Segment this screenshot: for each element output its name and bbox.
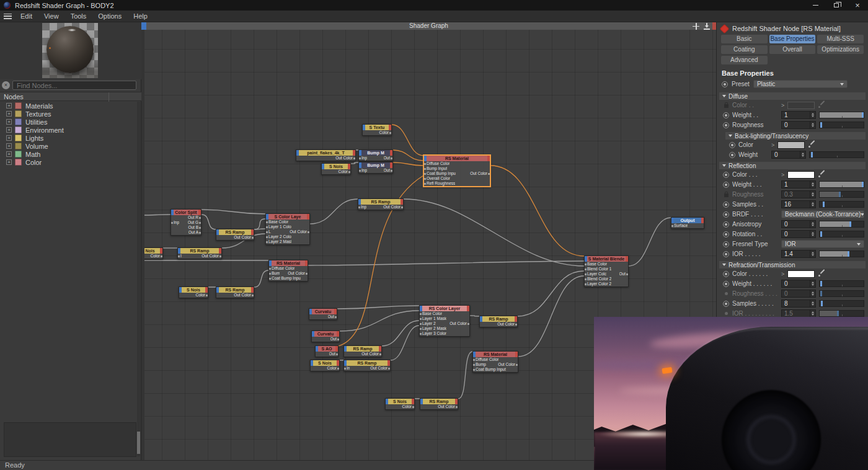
color-swatch[interactable] bbox=[787, 171, 815, 179]
input-port-dot[interactable] bbox=[473, 369, 475, 371]
node-s-nois[interactable]: S NoisColor bbox=[321, 163, 351, 175]
radio-icon[interactable] bbox=[723, 281, 729, 287]
slider-track[interactable] bbox=[819, 112, 864, 118]
value-field[interactable]: 0 bbox=[781, 121, 816, 129]
input-port-dot[interactable] bbox=[585, 268, 587, 270]
radio-icon[interactable] bbox=[723, 271, 729, 277]
expand-plus-icon[interactable]: + bbox=[6, 143, 12, 149]
radio-icon[interactable] bbox=[723, 202, 729, 208]
node-rs-ramp[interactable]: RS RampIOut Color bbox=[177, 247, 222, 259]
menu-item-view[interactable]: View bbox=[44, 12, 59, 20]
node-rs-material[interactable]: RS MaterialDiffuse ColorBumpOut ColorCoa… bbox=[472, 351, 518, 373]
slider-track[interactable] bbox=[819, 201, 864, 208]
radio-icon[interactable] bbox=[723, 301, 729, 307]
node-rs-material[interactable]: RS MaterialDiffuse ColorBumOut ColorCoat… bbox=[268, 260, 308, 282]
spinner-arrows[interactable] bbox=[810, 181, 815, 188]
input-port-dot[interactable] bbox=[585, 283, 587, 285]
preset-dropdown[interactable]: Plastic bbox=[753, 80, 848, 88]
slider-track[interactable] bbox=[819, 122, 864, 128]
radio-icon[interactable] bbox=[722, 81, 728, 87]
node-curvatu[interactable]: CurvatuOut bbox=[309, 308, 337, 320]
tab-basic[interactable]: Basic bbox=[721, 35, 768, 43]
section-header-refraction-transmission[interactable]: Refraction/Transmission bbox=[719, 261, 866, 268]
output-port-dot[interactable] bbox=[515, 324, 517, 326]
node-s-nois[interactable]: S NoisColor bbox=[179, 286, 208, 298]
input-port-dot[interactable] bbox=[424, 178, 426, 180]
output-port-dot[interactable] bbox=[199, 227, 201, 229]
slider-track[interactable] bbox=[819, 251, 864, 257]
radio-icon[interactable] bbox=[729, 142, 735, 148]
left-scrollbar-thumb[interactable] bbox=[137, 432, 140, 454]
output-port-dot[interactable] bbox=[353, 157, 355, 159]
node-output[interactable]: OutputSurface bbox=[671, 217, 704, 229]
expand-plus-icon[interactable]: + bbox=[6, 151, 12, 157]
hamburger-icon[interactable] bbox=[4, 14, 12, 19]
input-port-dot[interactable] bbox=[671, 225, 673, 227]
radio-icon[interactable] bbox=[723, 172, 729, 178]
output-port-dot[interactable] bbox=[388, 368, 390, 370]
menu-item-help[interactable]: Help bbox=[133, 12, 148, 20]
expand-plus-icon[interactable]: + bbox=[6, 103, 12, 109]
close-button[interactable]: × bbox=[847, 0, 868, 11]
input-port-dot[interactable] bbox=[269, 268, 271, 270]
output-port-dot[interactable] bbox=[335, 316, 337, 318]
tree-item-textures[interactable]: +Textures bbox=[0, 110, 137, 118]
tree-item-environment[interactable]: +Environment bbox=[0, 126, 137, 134]
value-field[interactable]: 1 bbox=[781, 180, 816, 188]
node-paint-flakes-4k-t[interactable]: paint_flakes_4k_TOut Color bbox=[296, 149, 356, 161]
value-field[interactable]: 0 bbox=[771, 151, 806, 159]
node-bump-m[interactable]: Bump MInpOut bbox=[358, 149, 393, 161]
output-port-dot[interactable] bbox=[516, 364, 518, 366]
output-port-dot[interactable] bbox=[379, 353, 381, 355]
input-port-dot[interactable] bbox=[424, 183, 426, 185]
value-field[interactable]: 0 bbox=[781, 230, 816, 238]
material-preview-thumbnail[interactable] bbox=[42, 23, 98, 78]
output-port-dot[interactable] bbox=[219, 255, 221, 257]
section-header-reflection[interactable]: Reflection bbox=[719, 162, 866, 169]
output-port-dot[interactable] bbox=[412, 406, 414, 408]
radio-icon[interactable] bbox=[723, 182, 729, 188]
node-rs-ramp[interactable]: RS RampOut Color bbox=[216, 286, 254, 298]
output-port-dot[interactable] bbox=[161, 255, 162, 257]
input-port-dot[interactable] bbox=[424, 163, 426, 165]
input-port-dot[interactable] bbox=[473, 364, 475, 366]
radio-icon[interactable] bbox=[723, 241, 729, 247]
slider-track[interactable] bbox=[819, 231, 864, 237]
tree-item-math[interactable]: +Math bbox=[0, 150, 137, 158]
input-port-dot[interactable] bbox=[266, 241, 268, 243]
color-swatch[interactable] bbox=[777, 141, 805, 149]
expand-plus-icon[interactable]: + bbox=[6, 159, 12, 165]
color-swatch[interactable] bbox=[787, 270, 815, 278]
input-port-dot[interactable] bbox=[359, 157, 361, 159]
value-field[interactable]: 16 bbox=[781, 200, 816, 208]
tree-item-lights[interactable]: +Lights bbox=[0, 134, 137, 142]
node-rs-material[interactable]: RS MaterialDiffuse ColorBump InputCoat B… bbox=[423, 155, 490, 187]
eyedropper-icon[interactable] bbox=[808, 141, 817, 149]
slider-track[interactable] bbox=[819, 280, 864, 287]
tab-optimizations[interactable]: Optimizations bbox=[817, 45, 864, 54]
node-color-split[interactable]: Color SplitOut RInpOut GOut BOut A bbox=[170, 209, 202, 236]
node-rs-ramp[interactable]: RS RampInOut Color bbox=[343, 360, 391, 371]
menu-item-options[interactable]: Options bbox=[98, 12, 122, 20]
radio-icon[interactable] bbox=[723, 112, 729, 118]
import-icon[interactable] bbox=[704, 23, 710, 30]
spinner-arrows[interactable] bbox=[810, 201, 815, 208]
tree-item-color[interactable]: +Color bbox=[0, 158, 137, 166]
section-header-back-lighting-translucency[interactable]: Back-lighting/Translucency bbox=[725, 132, 866, 140]
input-port-dot[interactable] bbox=[424, 173, 426, 175]
input-port-dot[interactable] bbox=[358, 206, 360, 208]
menu-item-edit[interactable]: Edit bbox=[20, 12, 32, 20]
node-nois[interactable]: NoisColor bbox=[141, 247, 163, 259]
input-port-dot[interactable] bbox=[585, 278, 587, 280]
clear-search-icon[interactable]: × bbox=[2, 81, 10, 89]
slider-track[interactable] bbox=[819, 221, 864, 228]
minimize-button[interactable] bbox=[805, 0, 826, 11]
spinner-arrows[interactable] bbox=[810, 280, 815, 287]
node-s-material-blende[interactable]: S Material BlendeBase ColorBlend Color 1… bbox=[584, 255, 629, 287]
output-port-dot[interactable] bbox=[626, 273, 628, 275]
node-s-nois[interactable]: S NoisColor bbox=[385, 398, 415, 410]
node-rs-color-layer[interactable]: RS Color LayerBase ColorLayer 1 MaskLaye… bbox=[419, 305, 470, 337]
dropdown-fresnel-type[interactable]: IOR bbox=[781, 240, 864, 248]
input-port-dot[interactable] bbox=[424, 168, 426, 170]
output-port-dot[interactable] bbox=[252, 295, 254, 296]
